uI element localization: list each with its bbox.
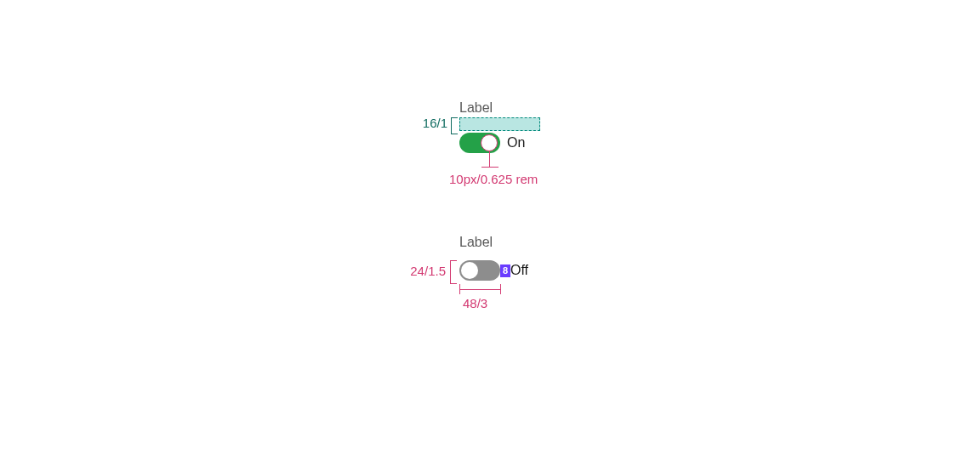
toggle-on-thumb[interactable] [481, 134, 498, 151]
dimension-cap-icon [500, 284, 501, 294]
toggle-off-thumb[interactable] [461, 262, 478, 279]
state-gap-annotation: 8 [500, 264, 510, 277]
toggle-off-state-text: Off [510, 263, 528, 278]
label-gap-annotation: 16/1 [413, 116, 447, 130]
spec-diagram: Label 16/1 On 10px/0.625 rem Label 24/1.… [0, 0, 980, 455]
dimension-line-icon [481, 167, 499, 168]
toggle-off-label: Label [459, 235, 493, 250]
dimension-bracket-icon [450, 260, 457, 284]
width-annotation: 48/3 [463, 296, 487, 310]
dimension-line-icon [489, 151, 490, 167]
dimension-bracket-icon [451, 117, 458, 134]
label-gap-highlight [459, 117, 540, 131]
toggle-on-label: Label [459, 100, 493, 116]
toggle-on-state-text: On [507, 135, 525, 151]
dimension-line-icon [459, 289, 500, 290]
height-annotation: 24/1.5 [395, 264, 446, 278]
thumb-radius-annotation: 10px/0.625 rem [449, 172, 538, 186]
